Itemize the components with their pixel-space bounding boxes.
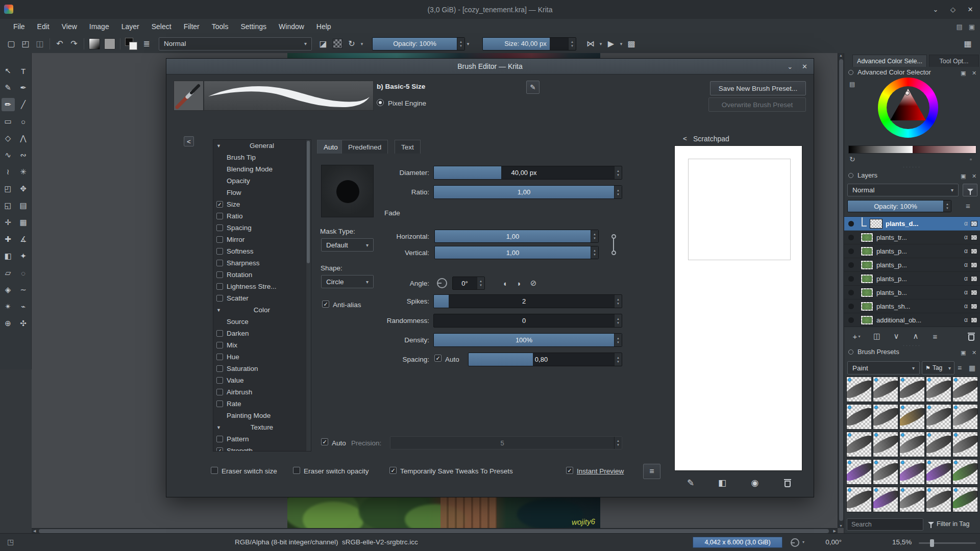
zoom-slider[interactable]: [919, 542, 976, 544]
brush-size-slider[interactable]: Size: 40,00 px: [482, 37, 576, 51]
docker-splitter-handle[interactable]: ······: [844, 164, 980, 169]
brush-preset[interactable]: [926, 404, 951, 430]
gradient-chooser-button[interactable]: [89, 38, 100, 49]
scratchpad-canvas[interactable]: [674, 145, 802, 471]
brush-option-painting-mode[interactable]: Painting Mode: [213, 410, 311, 421]
new-document-button[interactable]: ▢: [4, 37, 18, 51]
option-checkbox[interactable]: ✓: [216, 447, 223, 452]
smart-patch-tool[interactable]: ✚: [2, 233, 15, 246]
brush-preset[interactable]: [926, 459, 951, 485]
opacity-slider[interactable]: Opacity: 100%: [372, 37, 465, 51]
tab-tool-opt[interactable]: Tool Opt...: [929, 55, 979, 67]
brush-option-scatter[interactable]: Scatter: [213, 292, 311, 304]
menu-window[interactable]: Window: [273, 19, 310, 34]
alpha-lock-icon[interactable]: α: [964, 247, 968, 255]
menu-filter[interactable]: Filter: [178, 19, 206, 34]
brush-preset[interactable]: [952, 404, 978, 430]
layer-opacity-slider[interactable]: Opacity: 100%: [847, 200, 951, 212]
inherit-alpha-icon[interactable]: [971, 276, 977, 282]
brush-option-flow[interactable]: Flow: [213, 187, 311, 198]
alpha-lock-icon[interactable]: α: [964, 234, 968, 241]
layer-row[interactable]: additional_ob...α: [844, 313, 980, 327]
angle-flip-right-icon[interactable]: ◗: [513, 278, 525, 289]
brush-preset[interactable]: [952, 487, 978, 512]
alpha-lock-icon[interactable]: α: [964, 289, 968, 296]
layer-filter-button[interactable]: [963, 184, 977, 196]
brush-preset[interactable]: [952, 377, 978, 402]
dynamic-brush-tool[interactable]: ≀: [2, 165, 15, 179]
brush-option-pattern[interactable]: Pattern: [213, 433, 311, 445]
pixel-engine-radio[interactable]: [377, 99, 384, 106]
close-icon[interactable]: ✕: [972, 70, 976, 77]
alpha-lock-icon[interactable]: α: [964, 316, 968, 323]
brush-preset[interactable]: [899, 404, 925, 430]
transform-tool[interactable]: ◰: [2, 182, 15, 195]
option-checkbox[interactable]: [216, 295, 223, 302]
brush-preset[interactable]: [846, 377, 872, 402]
ellipse-tool[interactable]: ○: [17, 115, 30, 128]
scrollbar-thumb[interactable]: [839, 59, 843, 521]
layer-blending-mode-select[interactable]: Normal: [847, 184, 959, 196]
shade-selector[interactable]: [848, 145, 976, 154]
selection-indicator-icon[interactable]: ◳: [7, 538, 14, 546]
delete-layer-button[interactable]: [963, 330, 979, 343]
gradient-tool[interactable]: ▤: [17, 199, 30, 212]
brush-option-strength[interactable]: ✓Strength: [213, 445, 311, 452]
option-checkbox[interactable]: [216, 342, 223, 348]
undo-button[interactable]: ↶: [53, 37, 67, 51]
freehand-path-tool[interactable]: ∾: [17, 148, 30, 162]
assistants-tool[interactable]: ✦: [17, 249, 30, 263]
options-scrollbar[interactable]: [306, 140, 311, 451]
duplicate-layer-button[interactable]: ◫: [869, 330, 885, 343]
spacing-slider[interactable]: 0,80: [468, 353, 622, 366]
preset-tag-filter-select[interactable]: Paint: [847, 361, 920, 374]
filter-in-tag-label[interactable]: Filter in Tag: [937, 520, 969, 528]
layer-row[interactable]: plants_b...α: [844, 286, 980, 299]
layer-row[interactable]: plants_d...α: [844, 217, 980, 231]
scratchpad-fill-color-button[interactable]: ◉: [748, 476, 762, 489]
foreground-background-color-button[interactable]: [125, 38, 137, 50]
tag-button[interactable]: ⚑ Tag: [922, 361, 954, 374]
value-gradient-strip[interactable]: [849, 146, 913, 153]
option-checkbox[interactable]: [216, 377, 223, 384]
preset-search-input[interactable]: [847, 518, 923, 531]
option-checkbox[interactable]: [216, 389, 223, 395]
collapse-options-button[interactable]: <: [184, 136, 194, 146]
option-checkbox[interactable]: [216, 400, 223, 407]
open-document-button[interactable]: ◰: [18, 37, 33, 51]
density-slider[interactable]: 100%: [433, 333, 622, 347]
blending-mode-select[interactable]: Normal: [159, 37, 312, 51]
menu-select[interactable]: Select: [145, 19, 178, 34]
inherit-alpha-icon[interactable]: [971, 290, 977, 295]
spacing-spinner[interactable]: [614, 353, 622, 366]
advanced-color-selector-header[interactable]: Advanced Color Selector: [848, 68, 931, 76]
show-canvas-only-icon[interactable]: ▤: [956, 23, 962, 31]
float-icon[interactable]: ▣: [961, 70, 966, 77]
zoom-slider-thumb[interactable]: [930, 539, 934, 547]
option-checkbox[interactable]: [216, 354, 223, 360]
brush-option-sharpness[interactable]: Sharpness: [213, 257, 311, 269]
calligraphy-tool[interactable]: ✒: [17, 81, 30, 94]
option-checkbox[interactable]: [216, 213, 223, 219]
brush-preset[interactable]: [926, 432, 951, 457]
opacity-dropdown-icon[interactable]: [465, 37, 471, 51]
size-spinner[interactable]: [568, 38, 576, 50]
scrollbar-thumb[interactable]: [307, 141, 310, 263]
elliptical-select-tool[interactable]: ◌: [17, 266, 30, 280]
brush-option-hue[interactable]: Hue: [213, 351, 311, 363]
option-checkbox[interactable]: [216, 271, 223, 278]
brush-preset[interactable]: [952, 432, 978, 457]
link-fade-values-button[interactable]: [609, 232, 618, 260]
brush-option-source[interactable]: Source: [213, 316, 311, 328]
brush-presets-docker-header[interactable]: Brush Presets: [848, 348, 899, 356]
option-checkbox[interactable]: [216, 236, 223, 243]
menu-view[interactable]: View: [56, 19, 83, 34]
rectangular-select-tool[interactable]: ▱: [2, 266, 15, 280]
menu-image[interactable]: Image: [83, 19, 115, 34]
option-checkbox[interactable]: [216, 436, 223, 442]
dialog-close-button[interactable]: ✕: [802, 63, 807, 70]
line-tool[interactable]: ╱: [17, 98, 30, 111]
spacing-auto-checkbox[interactable]: ✓: [434, 355, 442, 362]
brush-option-opacity[interactable]: Opacity: [213, 175, 311, 187]
brush-option-color[interactable]: ▼Color: [213, 304, 311, 316]
